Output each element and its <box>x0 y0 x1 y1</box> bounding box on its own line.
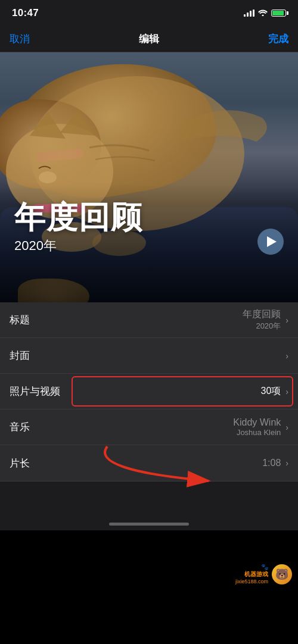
nav-title: 编辑 <box>139 32 159 46</box>
row-value-cover: › <box>284 351 288 361</box>
chevron-icon-music: › <box>285 423 288 432</box>
row-value-duration: 1:08 › <box>262 458 288 468</box>
bottom-bar <box>0 481 298 530</box>
settings-row-title[interactable]: 标题 年度回顾 2020年 › <box>0 302 298 338</box>
row-value-photos: 30项 › <box>261 385 288 398</box>
row-value-title: 年度回顾 2020年 › <box>243 308 288 332</box>
settings-row-cover[interactable]: 封面 › <box>0 338 298 374</box>
hero-background: 年度回顾 2020年 <box>0 52 298 302</box>
settings-row-photos[interactable]: 照片与视频 30项 › <box>0 374 298 409</box>
hero-sub-title: 2020年 <box>14 237 143 255</box>
row-value-music: Kiddy Wink Joshua Klein › <box>233 417 288 437</box>
watermark-url: jixie5188.com <box>235 579 268 584</box>
row-label-title: 标题 <box>10 313 30 327</box>
row-label-photos: 照片与视频 <box>10 384 60 398</box>
title-value-main: 年度回顾 <box>243 308 281 321</box>
wifi-icon <box>258 8 268 18</box>
row-label-cover: 封面 <box>10 349 30 362</box>
home-indicator <box>109 523 189 526</box>
done-button[interactable]: 完成 <box>268 32 288 46</box>
status-bar: 10:47 <box>0 0 298 26</box>
status-time: 10:47 <box>12 7 39 19</box>
hero-area: 年度回顾 2020年 <box>0 52 298 302</box>
cancel-button[interactable]: 取消 <box>10 32 30 46</box>
duration-value: 1:08 <box>262 458 281 468</box>
chevron-icon-cover: › <box>285 351 288 361</box>
watermark-site-name: 机器游戏 <box>244 570 268 579</box>
watermark-logo: 🐻 <box>272 564 292 584</box>
row-label-music: 音乐 <box>10 420 30 434</box>
music-value-sub: Joshua Klein <box>237 428 281 437</box>
watermark: 🐾 机器游戏 jixie5188.com 🐻 <box>235 564 292 584</box>
play-button[interactable] <box>257 229 284 255</box>
settings-list: 标题 年度回顾 2020年 › 封面 › 照片与视频 30项 › 音乐 Kidd… <box>0 302 298 481</box>
photos-count: 30项 <box>261 385 281 398</box>
battery-icon <box>271 10 286 17</box>
title-value-sub: 2020年 <box>256 321 281 332</box>
watermark-icon-label: 🐾 <box>261 564 268 570</box>
settings-row-duration[interactable]: 片长 1:08 › <box>0 445 298 481</box>
highlight-box <box>72 376 293 407</box>
nav-bar: 取消 编辑 完成 <box>0 26 298 52</box>
play-icon <box>267 236 277 247</box>
chevron-icon-duration: › <box>285 458 288 468</box>
chevron-icon-photos: › <box>285 387 288 396</box>
row-label-duration: 片长 <box>10 457 30 470</box>
music-value-main: Kiddy Wink <box>233 417 281 428</box>
signal-icon <box>244 10 254 17</box>
settings-row-music[interactable]: 音乐 Kiddy Wink Joshua Klein › <box>0 409 298 445</box>
hero-main-title: 年度回顾 <box>14 201 143 235</box>
chevron-icon-title: › <box>285 315 288 325</box>
status-icons <box>244 8 286 18</box>
svg-point-4 <box>39 171 57 183</box>
hero-text: 年度回顾 2020年 <box>14 201 143 255</box>
